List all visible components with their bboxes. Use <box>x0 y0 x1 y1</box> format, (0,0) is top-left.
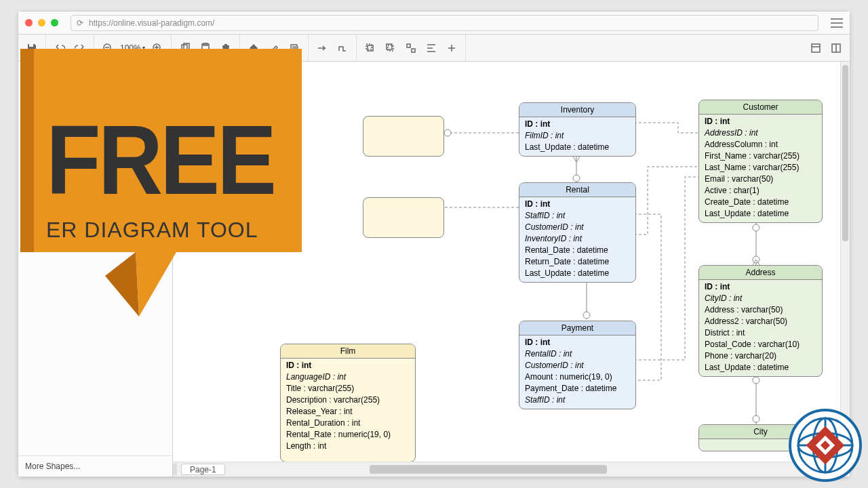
paste-button[interactable] <box>196 39 215 58</box>
entity-field: ID : int <box>525 199 630 210</box>
group-button[interactable] <box>401 39 420 58</box>
entity-field: AddressID : int <box>705 127 816 139</box>
window-minimize-icon[interactable] <box>38 19 45 26</box>
entity-title: Payment <box>519 321 635 336</box>
svg-rect-12 <box>388 45 393 51</box>
panel-toggle-2-button[interactable] <box>827 39 846 58</box>
panel-toggle-1-button[interactable] <box>806 39 825 58</box>
zoom-level[interactable]: 100%▾ <box>119 43 146 53</box>
svg-point-20 <box>583 312 590 319</box>
copy-button[interactable] <box>176 39 195 58</box>
canvas[interactable]: Inventory ID : intFilmID : intLast_Updat… <box>173 62 850 476</box>
entity-field: Last_Update : datetime <box>705 208 816 220</box>
svg-point-19 <box>573 175 580 182</box>
entity-field: Last_Update : datetime <box>525 268 630 279</box>
entity-field: Release_Year : int <box>286 406 410 418</box>
entity-field: Rental_Date : datetime <box>525 245 630 256</box>
entity-title: Inventory <box>519 103 635 117</box>
browser-chrome: ⟳ https://online.visual-paradigm.com/ <box>18 12 850 35</box>
entity-field: CustomerID : int <box>525 222 630 233</box>
entity-address[interactable]: Address ID : intCityID : intAddress : va… <box>698 265 823 377</box>
svg-point-17 <box>444 129 451 136</box>
entity-hidden-1[interactable] <box>363 116 444 157</box>
entity-field: Rental_Duration : int <box>286 418 410 429</box>
zoom-out-button[interactable] <box>98 39 117 58</box>
delete-button[interactable] <box>216 39 235 58</box>
svg-point-21 <box>753 224 760 231</box>
entity-rental[interactable]: Rental ID : intStaffID : intCustomerID :… <box>519 182 636 283</box>
shadow-button[interactable] <box>285 39 304 58</box>
svg-point-22 <box>753 256 760 263</box>
entity-field: Postal_Code : varchar(10) <box>705 339 816 350</box>
entity-field: Payment_Date : datetime <box>525 383 630 394</box>
entity-shape-green[interactable] <box>48 106 68 119</box>
app-window: ⟳ https://online.visual-paradigm.com/ 10… <box>18 11 850 477</box>
svg-point-24 <box>753 415 760 422</box>
entity-field: InventoryID : int <box>525 233 630 245</box>
entity-field: StaffID : int <box>525 394 630 406</box>
reload-icon[interactable]: ⟳ <box>77 18 83 28</box>
window-close-icon[interactable] <box>25 19 33 26</box>
svg-rect-15 <box>812 44 820 52</box>
svg-rect-13 <box>407 44 410 47</box>
to-back-button[interactable] <box>381 39 400 58</box>
connector-style-button[interactable] <box>313 39 332 58</box>
line-color-button[interactable] <box>264 39 283 58</box>
entity-field: Create_Date : datetime <box>705 197 816 208</box>
window-maximize-icon[interactable] <box>51 19 58 26</box>
entity-title: Address <box>699 266 822 280</box>
align-button[interactable] <box>422 39 441 58</box>
entity-inventory[interactable]: Inventory ID : intFilmID : intLast_Updat… <box>519 102 636 157</box>
entity-hidden-2[interactable] <box>363 197 444 238</box>
entity-field: ID : int <box>705 281 816 293</box>
svg-rect-9 <box>368 45 373 51</box>
entity-field: CustomerID : int <box>525 360 630 371</box>
shape-palette <box>18 104 172 121</box>
entity-field: CityID : int <box>705 293 816 304</box>
more-shapes-button[interactable]: More Shapes... <box>18 455 172 476</box>
menu-icon[interactable] <box>831 18 843 28</box>
entity-customer[interactable]: Customer ID : intAddressID : intAddressC… <box>698 100 823 223</box>
horizontal-scrollbar[interactable]: Page-1 <box>173 462 840 476</box>
svg-rect-14 <box>412 49 415 52</box>
entity-field: Phone : varchar(20) <box>705 350 816 362</box>
toolbar: 100%▾ <box>18 35 850 62</box>
entity-field: ID : int <box>525 337 630 348</box>
entity-film[interactable]: Film ID : intLanguageID : intTitle : var… <box>280 344 416 462</box>
svg-rect-8 <box>292 46 298 52</box>
shape-category[interactable]: En <box>18 86 172 104</box>
entity-shape-yellow[interactable] <box>24 106 44 119</box>
entity-field: Title : varchar(255) <box>286 383 410 394</box>
address-bar[interactable]: ⟳ https://online.visual-paradigm.com/ <box>71 15 818 31</box>
entity-field: Active : char(1) <box>705 185 816 197</box>
page-tab[interactable]: Page-1 <box>181 464 225 475</box>
redo-button[interactable] <box>71 39 90 58</box>
entity-field: First_Name : varchar(255) <box>705 150 816 162</box>
entity-field: Address : varchar(50) <box>705 304 816 316</box>
entity-field: Last_Update : datetime <box>525 142 630 153</box>
undo-button[interactable] <box>50 39 69 58</box>
entity-field: AddressColumn : int <box>705 139 816 150</box>
brand-logo-icon <box>788 408 863 483</box>
entity-field: Last_Name : varchar(255) <box>705 162 816 174</box>
fill-color-button[interactable] <box>244 39 263 58</box>
vertical-scrollbar[interactable] <box>840 62 850 462</box>
search-input[interactable]: Se <box>22 66 168 82</box>
url-text: https://online.visual-paradigm.com/ <box>89 18 214 28</box>
svg-rect-6 <box>270 52 278 54</box>
entity-field: ID : int <box>705 116 816 127</box>
entity-field: ID : int <box>525 119 630 130</box>
to-front-button[interactable] <box>361 39 380 58</box>
entity-payment[interactable]: Payment ID : intRentalID : intCustomerID… <box>519 321 636 409</box>
save-button[interactable] <box>22 39 41 58</box>
waypoint-style-button[interactable] <box>333 39 352 58</box>
zoom-in-button[interactable] <box>148 39 167 58</box>
entity-field: Rental_Rate : numeric(19, 0) <box>286 429 410 441</box>
entity-field: ID : int <box>286 360 410 371</box>
entity-field: StaffID : int <box>525 210 630 222</box>
add-button[interactable] <box>442 39 461 58</box>
entity-title: Film <box>281 344 415 359</box>
entity-field: Amount : numeric(19, 0) <box>525 371 630 383</box>
entity-field: Email : varchar(50) <box>705 174 816 185</box>
svg-rect-11 <box>387 44 392 49</box>
